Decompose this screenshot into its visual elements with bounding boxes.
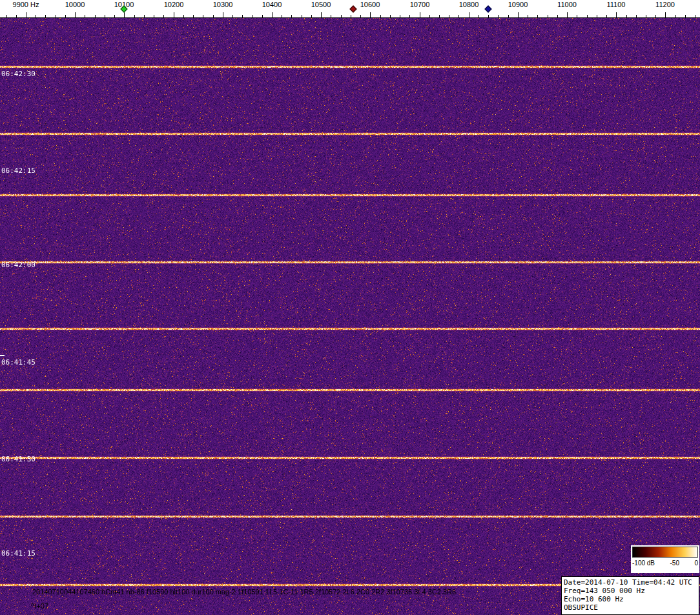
freq-major-tick — [174, 12, 174, 17]
freq-major-tick — [124, 12, 125, 17]
freq-tick-label: 10700 — [410, 1, 430, 8]
freq-tick-label: 9900 Hz — [13, 1, 39, 8]
freq-minor-tick — [587, 15, 588, 17]
freq-minor-tick — [577, 15, 577, 17]
freq-minor-tick — [646, 15, 646, 17]
freq-minor-tick — [311, 15, 312, 17]
time-axis-label: 06:42:00 — [1, 261, 36, 269]
info-echo: Echo=10 600 Hz — [564, 595, 697, 603]
time-axis-label: 06:41:30 — [1, 455, 36, 463]
freq-tick-label: 10200 — [164, 1, 184, 8]
freq-minor-tick — [45, 15, 46, 17]
freq-minor-tick — [213, 15, 214, 17]
freq-minor-tick — [380, 15, 381, 17]
freq-minor-tick — [400, 15, 400, 17]
freq-minor-tick — [105, 15, 105, 17]
spectrogram-area: 20140710044107460 hCnt41 nb-86 f10590 hi… — [0, 18, 700, 615]
freq-minor-tick — [409, 15, 410, 17]
time-axis-label: 06:41:45 — [1, 358, 36, 367]
freq-major-tick — [75, 12, 76, 17]
freq-minor-tick — [626, 15, 627, 17]
time-axis-label: 06:42:15 — [1, 166, 36, 175]
freq-minor-tick — [636, 15, 637, 17]
freq-minor-tick — [154, 15, 154, 17]
freq-minor-tick — [390, 15, 391, 17]
freq-minor-tick — [695, 15, 695, 17]
freq-major-tick — [370, 12, 371, 17]
db-label-max: 0 — [694, 560, 698, 567]
freq-minor-tick — [144, 15, 145, 17]
freq-minor-tick — [429, 15, 430, 17]
info-frequency: Freq=143 050 000 Hz — [564, 587, 697, 595]
freq-minor-tick — [606, 15, 607, 17]
freq-minor-tick — [479, 15, 479, 17]
time-offset-label: ^t+07 — [31, 602, 48, 610]
time-minor-tick — [0, 355, 5, 356]
freq-minor-tick — [498, 15, 499, 17]
db-label-min: -100 dB — [632, 560, 655, 567]
freq-minor-tick — [488, 15, 489, 17]
frequency-ruler: 9900 Hz100001010010200103001040010500106… — [0, 0, 700, 18]
freq-minor-tick — [134, 15, 135, 17]
freq-minor-tick — [331, 15, 331, 17]
freq-minor-tick — [508, 15, 509, 17]
freq-minor-tick — [439, 15, 440, 17]
freq-minor-tick — [341, 15, 342, 17]
db-scale-legend: -100 dB -50 0 — [631, 545, 699, 573]
spectrogram-canvas — [0, 18, 700, 615]
time-axis-label: 06:41:15 — [1, 549, 36, 558]
freq-major-tick — [567, 12, 568, 17]
freq-minor-tick — [557, 15, 558, 17]
time-axis-label: 06:42:30 — [1, 70, 36, 78]
freq-minor-tick — [291, 15, 292, 17]
freq-minor-tick — [537, 15, 538, 17]
freq-minor-tick — [95, 15, 96, 17]
info-date-time: Date=2014-07-10 Time=04:42 UTC — [564, 578, 697, 587]
freq-minor-tick — [351, 15, 351, 17]
freq-major-tick — [223, 12, 223, 17]
freq-tick-label: 10500 — [311, 1, 331, 8]
freq-tick-label: 10900 — [508, 1, 528, 8]
freq-minor-tick — [262, 15, 263, 17]
freq-major-tick — [321, 12, 322, 17]
freq-major-tick — [272, 12, 273, 17]
freq-major-tick — [616, 12, 617, 17]
detection-annotation: 20140710044107460 hCnt41 nb-86 f10590 hi… — [32, 588, 456, 596]
freq-minor-tick — [114, 15, 115, 17]
freq-minor-tick — [302, 15, 302, 17]
freq-minor-tick — [232, 15, 233, 17]
freq-minor-tick — [65, 15, 66, 17]
db-label-mid: -50 — [670, 560, 679, 567]
freq-minor-tick — [36, 15, 36, 17]
freq-tick-label: 11000 — [557, 1, 577, 8]
db-gradient-bar — [632, 547, 698, 558]
freq-minor-tick — [548, 15, 548, 17]
db-legend-labels: -100 dB -50 0 — [632, 560, 698, 567]
freq-minor-tick — [183, 15, 184, 17]
freq-tick-label: 10400 — [262, 1, 282, 8]
freq-minor-tick — [252, 15, 252, 17]
freq-minor-tick — [56, 15, 56, 17]
freq-tick-label: 11200 — [655, 1, 675, 8]
freq-tick-label: 10300 — [213, 1, 233, 8]
spectrogram-app: 9900 Hz100001010010200103001040010500106… — [0, 0, 700, 615]
freq-minor-tick — [193, 15, 194, 17]
freq-minor-tick — [685, 15, 686, 17]
freq-major-tick — [469, 12, 469, 17]
freq-major-tick — [420, 12, 420, 17]
freq-tick-label: 11100 — [607, 1, 626, 8]
freq-major-tick — [665, 12, 666, 17]
status-info-box: Date=2014-07-10 Time=04:42 UTC Freq=143 … — [561, 576, 699, 615]
freq-minor-tick — [360, 15, 361, 17]
freq-minor-tick — [6, 15, 7, 17]
freq-minor-tick — [528, 15, 528, 17]
freq-minor-tick — [458, 15, 459, 17]
freq-minor-tick — [675, 15, 676, 17]
marker-diamond-red[interactable] — [349, 5, 356, 12]
freq-minor-tick — [203, 15, 203, 17]
freq-minor-tick — [16, 15, 17, 17]
marker-diamond-blue[interactable] — [484, 5, 491, 12]
freq-minor-tick — [655, 15, 656, 17]
freq-minor-tick — [449, 15, 449, 17]
freq-minor-tick — [163, 15, 164, 17]
